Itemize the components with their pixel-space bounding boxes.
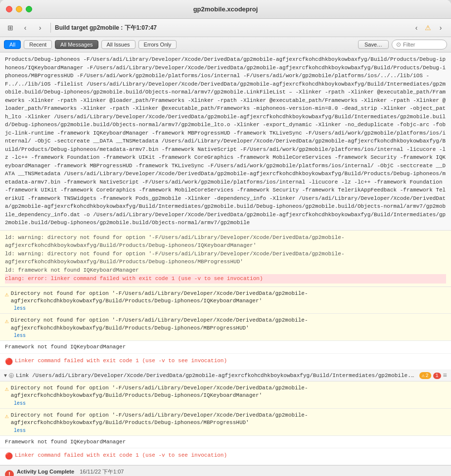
warning-text-4: Directory not found for option '-F/Users…	[11, 412, 446, 427]
activity-error-icon: !	[5, 470, 14, 476]
grid-icon: ⊞	[7, 24, 13, 32]
warning-line-1: ⚠ Directory not found for option '-F/Use…	[5, 289, 446, 306]
warning-item-4: ⚠ Directory not found for option '-F/Use…	[0, 409, 451, 436]
framework-not-found-2: Framework not found IQKeyboardManager	[0, 436, 451, 449]
warning-icon-2: ⚠	[5, 317, 9, 325]
warning-line-2: ⚠ Directory not found for option '-F/Use…	[5, 316, 446, 333]
warning-count-badge: ⚠ 2	[419, 372, 431, 379]
less-link-1[interactable]: less	[14, 306, 446, 311]
warning-text-2: Directory not found for option '-F/Users…	[11, 317, 446, 332]
ld-framework-warning: ld: framework not found IQKeyboardManage…	[5, 266, 446, 275]
framework-not-found-text: Framework not found IQKeyboardManager	[5, 344, 126, 350]
filter-icon: ⊙	[396, 41, 401, 48]
error-badge-count: 1	[436, 373, 439, 379]
warning-text-3: Directory not found for option '-F/Users…	[11, 384, 446, 400]
warning-icon-4: ⚠	[5, 412, 9, 420]
expand-icon[interactable]: ▼	[4, 373, 7, 379]
linker-error-item: 🔴 Linker command failed with exit code 1…	[0, 354, 451, 371]
filter-recent-button[interactable]: Recent	[24, 40, 52, 49]
warning-item-1: ⚠ Directory not found for option '-F/Use…	[0, 287, 451, 314]
close-button[interactable]	[6, 6, 12, 12]
build-target-label: Build target gp2mobile : 下午1:07:47	[55, 24, 408, 32]
less-link-2[interactable]: less	[14, 333, 446, 338]
log-output: Products/Debug-iphoneos -F/Users/adi/Lib…	[0, 52, 451, 231]
warning-badge-count: 2	[426, 373, 429, 379]
back-button[interactable]: ‹	[19, 21, 32, 34]
chevron-right-icon: ›	[39, 24, 42, 32]
nav-right-icon: ›	[440, 24, 442, 32]
main-window: gp2mobile.xcodeproj ⊞ ‹ › Build target g…	[0, 0, 451, 476]
linker-error-text: Linker command failed with exit code 1 (…	[15, 357, 227, 365]
nav-left-button[interactable]: ‹	[410, 21, 423, 34]
activity-log-bar: ! Activity Log Complete 16/11/22 下午1:07 …	[0, 465, 451, 476]
warning-icon-3: ⚠	[5, 385, 9, 393]
warning-line-3: ⚠ Directory not found for option '-F/Use…	[5, 383, 446, 401]
filter-all-issues-button[interactable]: All Issues	[101, 40, 135, 49]
framework-not-found: Framework not found IQKeyboardManager	[0, 341, 451, 354]
error-count-badge: 1	[433, 373, 441, 379]
grid-view-button[interactable]: ⊞	[4, 21, 17, 34]
toolbar-nav-right: ‹ ⚠ ›	[410, 21, 447, 34]
forward-button[interactable]: ›	[34, 21, 46, 34]
ld-warning-2: ld: warning: directory not found for opt…	[5, 250, 446, 266]
link-section-text: Link /Users/adi/Library/Developer/Xcode/…	[16, 373, 417, 379]
filter-all-messages-button[interactable]: All Messages	[55, 40, 98, 49]
window-title: gp2mobile.xcodeproj	[193, 5, 258, 13]
activity-log-content: Activity Log Complete 16/11/22 下午1:07 2 …	[17, 468, 446, 476]
less-link-3[interactable]: less	[14, 401, 446, 406]
linker-error-text-2: Linker command failed with exit code 1 (…	[15, 451, 227, 460]
window-controls	[6, 6, 32, 12]
save-button[interactable]: Save…	[358, 40, 389, 49]
warning-line-4: ⚠ Directory not found for option '-F/Use…	[5, 411, 446, 428]
warning-icon: ⚠	[425, 24, 431, 32]
warning-icon-1: ⚠	[5, 290, 9, 298]
linker-error-line: 🔴 Linker command failed with exit code 1…	[5, 356, 446, 368]
title-bar: gp2mobile.xcodeproj	[0, 0, 451, 19]
nav-left-icon: ‹	[415, 24, 418, 32]
warning-badge-icon: ⚠	[422, 373, 425, 379]
clang-error-line: clang: error: linker command failed with…	[5, 274, 446, 284]
content-area[interactable]: Products/Debug-iphoneos -F/Users/adi/Lib…	[0, 52, 451, 465]
filter-search-input[interactable]	[403, 42, 443, 48]
activity-log-timestamp: 16/11/22 下午1:07	[80, 469, 124, 475]
linker-error-item-2: 🔴 Linker command failed with exit code 1…	[0, 448, 451, 465]
error-icon-2: 🔴	[5, 452, 13, 462]
filter-search-container: ⊙	[392, 40, 447, 49]
warning-text-1: Directory not found for option '-F/Users…	[11, 290, 446, 305]
section-circle: 0	[9, 373, 14, 378]
less-link-4[interactable]: less	[14, 428, 446, 433]
nav-right-button[interactable]: ›	[434, 21, 447, 34]
framework-not-found-text-2: Framework not found IQKeyboardManager	[5, 439, 126, 445]
ld-warning-1: ld: warning: directory not found for opt…	[5, 234, 446, 250]
chevron-left-icon: ‹	[24, 24, 27, 32]
warning-item-3: ⚠ Directory not found for option '-F/Use…	[0, 381, 451, 409]
linker-error-line-2: 🔴 Linker command failed with exit code 1…	[5, 450, 446, 463]
toolbar-divider	[50, 23, 51, 33]
error-icon-1: 🔴	[5, 357, 13, 367]
toolbar: ⊞ ‹ › Build target gp2mobile : 下午1:07:47…	[0, 19, 451, 37]
ld-warnings-section: ld: warning: directory not found for opt…	[0, 231, 451, 287]
warning-item-2: ⚠ Directory not found for option '-F/Use…	[0, 314, 451, 341]
filter-bar: All Recent All Messages All Issues Error…	[0, 37, 451, 52]
activity-log-title-text: Activity Log Complete	[17, 469, 74, 475]
filter-all-button[interactable]: All	[4, 40, 21, 49]
maximize-button[interactable]	[26, 6, 32, 12]
minimize-button[interactable]	[16, 6, 22, 12]
filter-errors-only-button[interactable]: Errors Only	[138, 40, 177, 49]
list-icon: ≡	[443, 372, 447, 380]
activity-log-title: Activity Log Complete 16/11/22 下午1:07	[17, 469, 124, 475]
link-section-row: ▼ 0 Link /Users/adi/Library/Developer/Xc…	[0, 370, 451, 381]
